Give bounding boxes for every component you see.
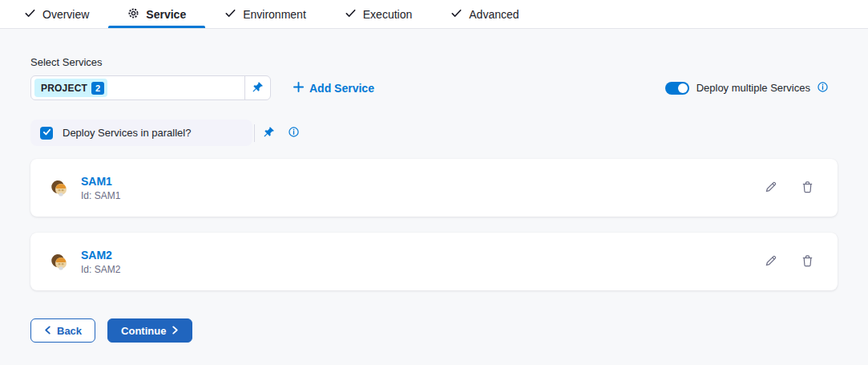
continue-button[interactable]: Continue bbox=[107, 318, 192, 343]
wizard-tab-bar: Overview Service Environment Execution A… bbox=[0, 0, 868, 29]
service-card-sam2: SAM2 Id: SAM2 bbox=[30, 233, 838, 290]
service-id: Id: SAM2 bbox=[81, 264, 120, 275]
tab-label: Environment bbox=[243, 8, 306, 21]
deploy-multiple-label: Deploy multiple Services bbox=[696, 82, 810, 94]
select-services-input[interactable]: PROJECT 2 bbox=[30, 75, 271, 100]
tab-overview[interactable]: Overview bbox=[5, 0, 108, 28]
tab-label: Overview bbox=[42, 8, 89, 21]
select-services-label: Select Services bbox=[30, 56, 838, 68]
checkmark-icon bbox=[42, 127, 51, 139]
pencil-icon bbox=[765, 254, 777, 270]
service-name-link[interactable]: SAM2 bbox=[81, 249, 120, 262]
tab-label: Execution bbox=[363, 8, 412, 21]
gear-icon bbox=[127, 7, 139, 22]
info-icon bbox=[289, 127, 299, 140]
add-service-label: Add Service bbox=[309, 82, 374, 95]
check-icon bbox=[450, 7, 462, 22]
selected-services-tags: PROJECT 2 bbox=[31, 76, 244, 99]
pencil-icon bbox=[765, 180, 777, 196]
pin-input-button[interactable] bbox=[244, 76, 270, 99]
service-card-sam1: SAM1 Id: SAM1 bbox=[30, 159, 838, 217]
service-id: Id: SAM1 bbox=[81, 190, 120, 201]
pin-icon bbox=[252, 81, 264, 95]
edit-service-button[interactable] bbox=[763, 253, 779, 271]
trash-icon bbox=[801, 180, 813, 196]
pin-icon bbox=[263, 126, 275, 140]
project-tag-label: PROJECT bbox=[41, 83, 87, 94]
pin-parallel-button[interactable] bbox=[255, 120, 282, 146]
delete-service-button[interactable] bbox=[800, 253, 815, 271]
deploy-parallel-info-button[interactable] bbox=[289, 127, 299, 140]
continue-button-label: Continue bbox=[121, 325, 166, 337]
service-tab-content: Select Services PROJECT 2 Add Service bbox=[0, 29, 868, 343]
project-tag[interactable]: PROJECT 2 bbox=[34, 79, 107, 97]
tab-advanced[interactable]: Advanced bbox=[431, 0, 538, 28]
service-avatar bbox=[50, 251, 71, 272]
project-tag-count-badge: 2 bbox=[91, 82, 104, 95]
service-avatar bbox=[50, 177, 71, 198]
tab-label: Service bbox=[146, 8, 186, 21]
deploy-parallel-checkbox[interactable] bbox=[40, 127, 53, 140]
tab-execution[interactable]: Execution bbox=[325, 0, 431, 28]
check-icon bbox=[224, 7, 236, 22]
deploy-multiple-toggle[interactable] bbox=[665, 82, 689, 95]
trash-icon bbox=[801, 254, 813, 270]
tab-label: Advanced bbox=[469, 8, 519, 21]
edit-service-button[interactable] bbox=[763, 179, 779, 197]
wizard-footer: Back Continue bbox=[30, 318, 838, 343]
deploy-multiple-info-button[interactable] bbox=[818, 82, 828, 95]
check-icon bbox=[345, 7, 357, 22]
delete-service-button[interactable] bbox=[800, 179, 815, 197]
info-icon bbox=[818, 82, 828, 95]
deploy-parallel-label: Deploy Services in parallel? bbox=[63, 127, 191, 139]
deploy-parallel-field: Deploy Services in parallel? bbox=[30, 120, 252, 146]
tab-service[interactable]: Service bbox=[108, 0, 205, 28]
tab-environment[interactable]: Environment bbox=[205, 0, 325, 28]
add-service-button[interactable]: Add Service bbox=[293, 82, 374, 95]
plus-icon bbox=[293, 82, 304, 95]
service-name-link[interactable]: SAM1 bbox=[81, 175, 120, 188]
chevron-right-icon bbox=[172, 325, 179, 337]
chevron-left-icon bbox=[44, 325, 51, 337]
service-card-list: SAM1 Id: SAM1 bbox=[30, 159, 838, 290]
back-button[interactable]: Back bbox=[30, 318, 95, 343]
back-button-label: Back bbox=[57, 325, 82, 337]
check-icon bbox=[24, 7, 36, 22]
